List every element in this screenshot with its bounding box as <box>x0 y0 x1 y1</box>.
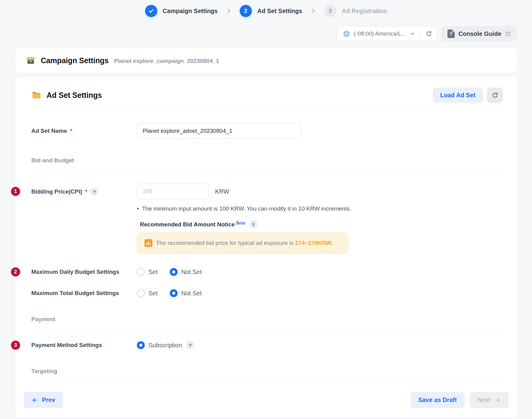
step-badge-1: 1 <box>11 187 20 196</box>
prev-label: Prev <box>42 397 55 404</box>
recommended-bid-title-row: Recommended Bid Amount Notice Beta ? <box>140 221 351 228</box>
bidding-price-row: 1 Bidding Price(CPI) * ? KRW • The minim… <box>31 184 503 253</box>
required-mark: * <box>85 188 87 195</box>
section-payment: Payment <box>31 316 503 328</box>
radio-checked-icon <box>170 289 178 297</box>
timezone-select[interactable]: (-08:00) America/L... <box>337 26 421 41</box>
max-daily-budget-options: Set Not Set <box>137 268 202 276</box>
step-label: Ad Registration <box>342 8 387 15</box>
notice-text: The recommended bid price for typical ad… <box>156 240 333 246</box>
chevron-right-icon <box>226 8 232 14</box>
daily-budget-set-radio[interactable]: Set <box>137 268 158 276</box>
ad-set-name-row: Ad Set Name * <box>31 123 503 139</box>
radio-label: Not Set <box>181 290 202 297</box>
console-guide-label: Console Guide <box>458 30 501 37</box>
step-number-badge: 3 <box>324 5 336 17</box>
radio-label: Subscription <box>148 342 182 349</box>
radio-checked-icon <box>170 268 178 276</box>
chevron-right-icon <box>310 8 316 14</box>
console-guide-doc-icon: ? <box>447 29 455 38</box>
radio-unchecked-icon <box>137 289 145 297</box>
header-actions: Load Ad Set <box>433 88 503 103</box>
bar-chart-icon <box>144 239 152 247</box>
globe-icon <box>343 30 350 37</box>
max-daily-budget-row: 2 Maximum Daily Budget Settings Set Not … <box>31 267 503 276</box>
required-mark: * <box>70 128 72 134</box>
subscription-help-icon[interactable]: ? <box>186 341 194 349</box>
wizard-footer: Prev Save as Draft Next <box>24 392 509 408</box>
payment-method-row: 3 Payment Method Settings Subscription ? <box>31 341 503 350</box>
max-daily-budget-label: Maximum Daily Budget Settings <box>31 269 137 275</box>
toolbar: (-08:00) America/L... ? Console Guide <box>15 26 517 41</box>
ad-set-name-label: Ad Set Name * <box>31 128 137 134</box>
ad-set-settings-card: Ad Set Settings Load Ad Set Ad Set Name … <box>15 77 517 418</box>
step-badge-2: 2 <box>11 267 20 276</box>
bidding-price-label: Bidding Price(CPI) * ? <box>31 184 137 196</box>
campaign-name: Planet explore_campaign_20230804_1 <box>114 57 219 64</box>
refresh-icon <box>492 92 499 99</box>
timezone-group: (-08:00) America/L... <box>337 26 437 41</box>
arrow-right-icon <box>494 397 501 404</box>
currency-label: KRW <box>215 188 229 195</box>
radio-checked-icon <box>137 341 145 349</box>
recommended-bid-help-icon[interactable]: ? <box>249 221 257 228</box>
radio-label: Set <box>148 290 158 297</box>
step-label: Ad Set Settings <box>257 8 302 15</box>
folder-icon <box>31 90 42 100</box>
timezone-value: (-08:00) America/L... <box>354 30 406 37</box>
step-ad-set-settings[interactable]: 2 Ad Set Settings <box>240 5 302 17</box>
refresh-ad-set-button[interactable] <box>487 88 503 103</box>
archive-box-icon <box>26 55 36 66</box>
radio-unchecked-icon <box>137 268 145 276</box>
step-campaign-settings[interactable]: Campaign Settings <box>145 5 218 17</box>
arrow-left-icon <box>32 397 38 404</box>
save-as-draft-button[interactable]: Save as Draft <box>410 392 465 408</box>
ad-set-name-input[interactable] <box>137 123 301 139</box>
timezone-refresh-button[interactable] <box>421 26 437 41</box>
external-link-icon <box>505 31 511 37</box>
wizard-stepper: Campaign Settings 2 Ad Set Settings 3 Ad… <box>0 0 532 17</box>
total-budget-not-set-radio[interactable]: Not Set <box>170 289 202 297</box>
step-number-badge: 2 <box>240 5 252 17</box>
payment-method-label: Payment Method Settings <box>31 342 137 349</box>
section-bid-and-budget: Bid and Budget <box>31 157 503 170</box>
campaign-card-title: Campaign Settings <box>41 56 109 65</box>
max-total-budget-row: Maximum Total Budget Settings Set Not Se… <box>31 289 503 298</box>
next-label: Next <box>478 397 491 404</box>
bullet: • <box>137 205 139 212</box>
ad-set-card-title: Ad Set Settings <box>47 91 428 100</box>
payment-method-options: Subscription ? <box>137 341 194 349</box>
refresh-icon <box>426 30 432 37</box>
minimum-amount-note: • The minimum input amount is 100 KRW. Y… <box>137 205 351 212</box>
max-total-budget-label: Maximum Total Budget Settings <box>31 290 137 297</box>
prev-button[interactable]: Prev <box>24 392 63 408</box>
page: Campaign Settings 2 Ad Set Settings 3 Ad… <box>0 0 532 419</box>
step-complete-check-icon <box>145 5 157 17</box>
notice-recommended-value: 274~278KRW <box>295 240 332 246</box>
recommended-bid-notice: The recommended bid price for typical ad… <box>137 233 348 253</box>
total-budget-set-radio[interactable]: Set <box>137 289 158 297</box>
load-ad-set-button[interactable]: Load Ad Set <box>433 88 483 103</box>
bidding-price-input[interactable] <box>137 184 208 199</box>
max-total-budget-options: Set Not Set <box>137 289 202 297</box>
next-button[interactable]: Next <box>470 392 509 408</box>
subscription-radio[interactable]: Subscription ? <box>137 341 194 349</box>
ad-set-card-header: Ad Set Settings Load Ad Set <box>31 88 503 109</box>
recommended-bid-title: Recommended Bid Amount Notice <box>140 221 235 228</box>
section-targeting: Targeting <box>31 368 503 380</box>
step-badge-3: 3 <box>11 341 20 350</box>
bidding-price-controls: KRW • The minimum input amount is 100 KR… <box>137 184 351 253</box>
radio-label: Set <box>148 269 158 276</box>
chevron-down-icon <box>410 31 415 36</box>
step-ad-registration[interactable]: 3 Ad Registration <box>324 5 387 17</box>
bidding-price-help-icon[interactable]: ? <box>90 188 98 196</box>
radio-label: Not Set <box>181 269 202 276</box>
beta-badge: Beta <box>236 220 245 226</box>
console-guide-button[interactable]: ? Console Guide <box>441 26 517 41</box>
step-label: Campaign Settings <box>163 8 218 15</box>
daily-budget-not-set-radio[interactable]: Not Set <box>170 268 202 276</box>
campaign-settings-card: Campaign Settings Planet explore_campaig… <box>15 48 517 73</box>
